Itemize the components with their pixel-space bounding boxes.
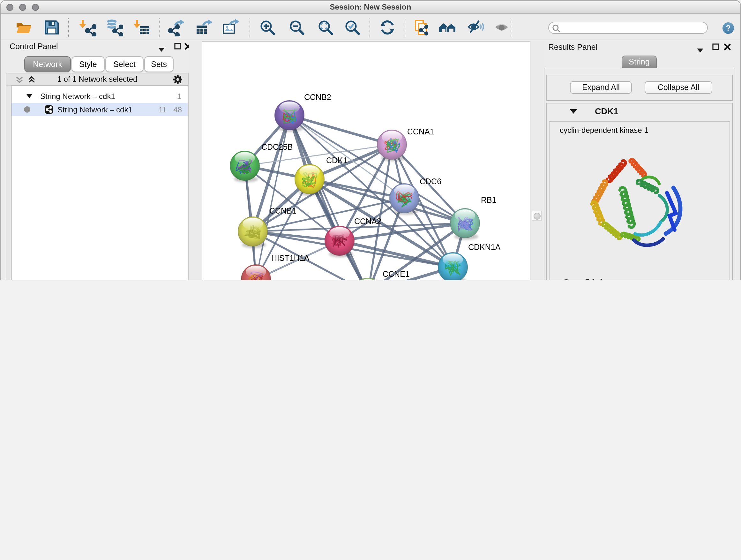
string-network-badge-icon: [45, 105, 53, 114]
zoom-in-icon[interactable]: [259, 18, 276, 37]
crosslinks-heading: CrossLinks: [562, 277, 727, 280]
home-houses-icon[interactable]: [439, 18, 456, 37]
network-list-toolbar: 1 of 1 Network selected: [6, 73, 188, 85]
network-collection-row[interactable]: String Network – cdk1 1: [11, 89, 188, 103]
network-node-count: 11: [158, 105, 166, 114]
results-panel-float-icon[interactable]: [712, 44, 719, 52]
main-toolbar: ?: [1, 15, 740, 40]
node-label-CCNB2: CCNB2: [304, 92, 331, 102]
zoom-out-icon[interactable]: [288, 18, 306, 37]
control-tab-select[interactable]: Select: [105, 56, 144, 72]
search-icon: [552, 24, 560, 35]
open-file-icon[interactable]: [15, 18, 32, 37]
node-RB1[interactable]: RB1: [450, 195, 496, 240]
protein-structure-image: [566, 150, 687, 259]
copy-documents-icon[interactable]: [413, 18, 431, 37]
window-title: Session: New Session: [1, 1, 740, 14]
toolbar-separator: [369, 18, 370, 37]
control-panel-tabs: NetworkStyleSelectSets: [24, 56, 174, 72]
node-label-CDC25B: CDC25B: [261, 142, 293, 151]
node-label-CDK1: CDK1: [326, 156, 347, 165]
toolbar-separator: [68, 18, 69, 37]
edge-HIST1H1A-CCNE1[interactable]: [256, 279, 368, 280]
node-description: cyclin-dependent kinase 1: [560, 125, 649, 134]
show-eye-icon[interactable]: [493, 18, 511, 37]
node-label-RB1: RB1: [481, 195, 496, 204]
node-CDC25B[interactable]: CDC25B: [230, 142, 293, 182]
network-options-gear-icon[interactable]: [173, 75, 183, 84]
toolbar-separator: [405, 18, 405, 37]
export-network-icon[interactable]: [168, 18, 186, 37]
collection-label: String Network – cdk1: [40, 91, 115, 101]
help-button[interactable]: ?: [723, 22, 734, 34]
control-panel-float-icon[interactable]: [174, 43, 181, 52]
results-panel-close-icon[interactable]: [724, 44, 731, 52]
control-panel-menu-icon[interactable]: [158, 45, 165, 54]
control-tab-style[interactable]: Style: [71, 56, 105, 72]
current-network-bullet-icon: [23, 106, 30, 113]
results-node-header: CDK1: [547, 103, 732, 120]
results-panel-menu-icon[interactable]: [697, 46, 703, 55]
node-label-CCNA2: CCNA2: [354, 217, 381, 226]
zoom-selected-icon[interactable]: [343, 18, 361, 37]
network-selected-status: 1 of 1 Network selected: [6, 73, 188, 85]
network-graph[interactable]: CCNB2 CCNA1 CDC25B CDK1 CDC6 RB1 CCNB1: [202, 42, 530, 280]
node-HIST1H1A[interactable]: HIST1H1A: [241, 253, 310, 280]
network-row[interactable]: String Network – cdk1 11 48: [11, 103, 188, 116]
export-image-icon[interactable]: [222, 18, 240, 37]
expand-all-button[interactable]: Expand All: [570, 81, 632, 94]
collapse-all-button[interactable]: Collapse All: [645, 81, 712, 94]
network-view: CCNB2 CCNA1 CDC25B CDK1 CDC6 RB1 CCNB1: [202, 41, 530, 280]
node-label-CCNA1: CCNA1: [407, 127, 434, 136]
left-splitter[interactable]: [189, 41, 202, 280]
application-window: Session: New Session ? Control Panel Net…: [0, 0, 741, 280]
results-panel-body: Expand All Collapse All CDK1 cyclin-depe…: [544, 67, 735, 280]
node-label-HIST1H1A: HIST1H1A: [271, 253, 310, 262]
collection-count: 1: [177, 91, 181, 101]
control-tab-network[interactable]: Network: [24, 56, 71, 72]
zoom-fit-icon[interactable]: [317, 18, 334, 37]
network-tree: String Network – cdk1 1 String Network –…: [11, 85, 188, 280]
control-tab-sets[interactable]: Sets: [144, 56, 174, 72]
node-details: cyclin-dependent kinase 1 CrossLinks Uni…: [549, 121, 730, 280]
network-canvas[interactable]: CCNB2 CCNA1 CDC25B CDK1 CDC6 RB1 CCNB1: [202, 41, 530, 280]
refresh-layout-icon[interactable]: [379, 18, 396, 37]
toolbar-separator: [250, 18, 250, 37]
node-section-title: CDK1: [595, 106, 618, 116]
node-label-CCNB1: CCNB1: [269, 206, 296, 215]
collection-expander-icon[interactable]: [26, 94, 32, 98]
import-database-icon[interactable]: [105, 18, 123, 37]
control-panel: Control Panel NetworkStyleSelectSets 1 o…: [3, 41, 189, 280]
results-actions-box: Expand All Collapse All: [546, 74, 733, 101]
toolbar-separator: [159, 18, 159, 37]
results-panel: Results Panel String Expand All Collapse…: [544, 41, 739, 280]
node-label-CDC6: CDC6: [420, 177, 441, 186]
import-table-icon[interactable]: [133, 18, 151, 37]
network-label: String Network – cdk1: [57, 105, 132, 114]
results-panel-title: Results Panel: [548, 43, 597, 52]
node-section-expander-icon[interactable]: [570, 109, 577, 114]
control-panel-title: Control Panel: [10, 42, 58, 51]
results-tab-string[interactable]: String: [622, 56, 657, 68]
control-panel-body: 1 of 1 Network selected String Network –…: [6, 73, 189, 280]
right-splitter-grip[interactable]: [532, 211, 542, 221]
save-session-icon[interactable]: [43, 18, 61, 37]
node-CCNA1[interactable]: CCNA1: [377, 127, 434, 161]
network-edge-count: 48: [173, 105, 182, 114]
export-table-icon[interactable]: [195, 18, 213, 37]
results-node-box: CDK1 cyclin-dependent kinase 1 CrossLink…: [546, 103, 733, 280]
hide-eye-icon[interactable]: [467, 18, 485, 37]
toolbar-separator: [511, 18, 511, 37]
node-label-CCNE1: CCNE1: [383, 269, 410, 278]
right-splitter[interactable]: [530, 41, 544, 280]
node-label-CDKN1A: CDKN1A: [468, 243, 501, 252]
title-bar: Session: New Session: [1, 1, 740, 14]
crosslinks-section: CrossLinks Uniprot:P06493GeneCard:P06493…: [562, 277, 727, 280]
node-CDKN1A[interactable]: CDKN1A: [438, 243, 501, 280]
import-network-icon[interactable]: [78, 18, 96, 37]
search-input[interactable]: [548, 22, 708, 34]
